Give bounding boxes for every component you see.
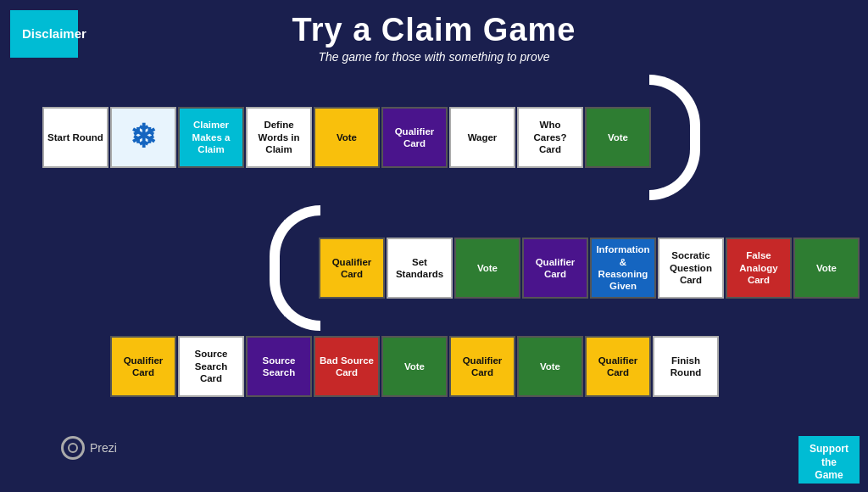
row3-cells: Qualifier CardSource Search CardSource S… [110,336,719,397]
row1-with-connector: Start Round❄Claimer Makes a ClaimDefine … [42,75,860,200]
board-cell[interactable]: Set Standards [387,238,453,299]
prezi-label: Prezi [90,441,117,455]
board-cell[interactable]: Qualifier Card [381,107,448,168]
disclaimer-button[interactable]: Disclaimer [10,10,78,58]
board-cell[interactable]: ❄ [110,107,176,168]
board-cell[interactable]: Vote [793,238,860,299]
board-cell[interactable]: Start Round [42,107,108,168]
prezi-icon [61,436,85,460]
board-cell[interactable]: Who Cares? Card [517,107,583,168]
board-cell[interactable]: Socratic Question Card [658,238,724,299]
title-area: Try a Claim Game The game for those with… [0,0,868,64]
row3-area: Prezi Qualifier CardSource Search CardSo… [42,336,860,397]
prezi-logo: Prezi [61,436,117,460]
board-cell[interactable]: Vote [517,336,583,397]
board-cell[interactable]: Define Words in Claim [246,107,312,168]
board-cell[interactable]: Qualifier Card [110,336,176,397]
board-cell[interactable]: Source Search [246,336,312,397]
board-cell[interactable]: Vote [381,336,448,397]
board-cell[interactable]: Vote [454,238,520,299]
row2-cells: VoteFalse Analogy CardSocratic Question … [319,238,860,299]
board-cell[interactable]: False Analogy Card [726,238,792,299]
board-cell[interactable]: Finish Round [653,336,719,397]
board-cell[interactable]: Qualifier Card [585,336,651,397]
right-connector [649,75,700,200]
board-cell[interactable]: Information & Reasoning Given [590,238,656,299]
board-cell[interactable]: Qualifier Card [522,238,588,299]
board-cell[interactable]: Wager [449,107,515,168]
support-button[interactable]: Support the Game [798,436,860,484]
board-cell[interactable]: Bad Source Card [314,336,380,397]
board-cell[interactable]: Qualifier Card [449,336,515,397]
left-connector [270,205,320,331]
board-cell[interactable]: Source Search Card [178,336,244,397]
board-cell[interactable]: Claimer Makes a Claim [178,107,244,168]
row1-cells: Start Round❄Claimer Makes a ClaimDefine … [42,107,651,168]
board-cell[interactable]: Vote [314,107,380,168]
board-cell[interactable]: Vote [585,107,651,168]
board-cell[interactable]: Qualifier Card [319,238,385,299]
subtitle: The game for those with something to pro… [0,50,868,64]
row2-with-connector: VoteFalse Analogy CardSocratic Question … [42,205,860,331]
board-container: Start Round❄Claimer Makes a ClaimDefine … [42,75,860,484]
svg-point-0 [69,444,77,452]
main-title: Try a Claim Game [0,12,868,48]
